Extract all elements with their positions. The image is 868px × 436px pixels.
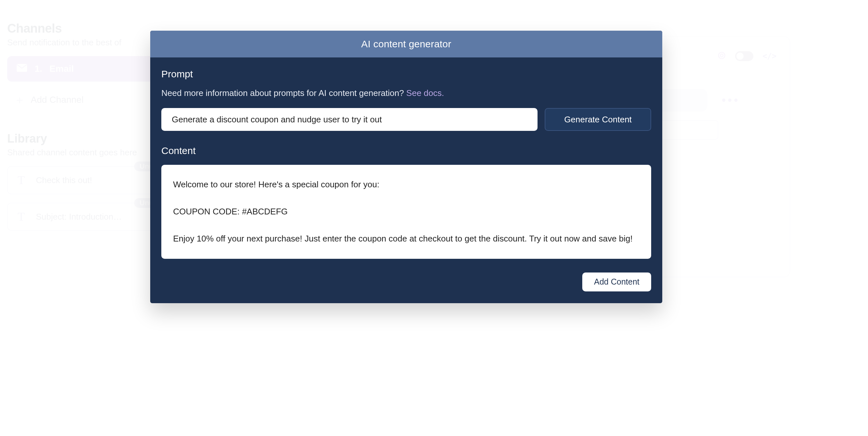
- modal-footer: Add Content: [161, 272, 651, 292]
- generate-content-button[interactable]: Generate Content: [545, 108, 651, 131]
- ai-content-generator-modal: AI content generator Prompt Need more in…: [150, 31, 662, 303]
- prompt-input[interactable]: [161, 108, 537, 131]
- add-content-button[interactable]: Add Content: [582, 272, 651, 292]
- content-label: Content: [161, 145, 651, 156]
- modal-body: Prompt Need more information about promp…: [150, 58, 662, 303]
- see-docs-link[interactable]: See docs.: [406, 88, 444, 98]
- help-text: Need more information about prompts for …: [161, 88, 406, 98]
- modal-title: AI content generator: [150, 31, 662, 58]
- prompt-label: Prompt: [161, 69, 651, 80]
- prompt-help-text: Need more information about prompts for …: [161, 88, 651, 98]
- generated-content-textarea[interactable]: Welcome to our store! Here's a special c…: [161, 165, 651, 259]
- prompt-row: Generate Content: [161, 108, 651, 131]
